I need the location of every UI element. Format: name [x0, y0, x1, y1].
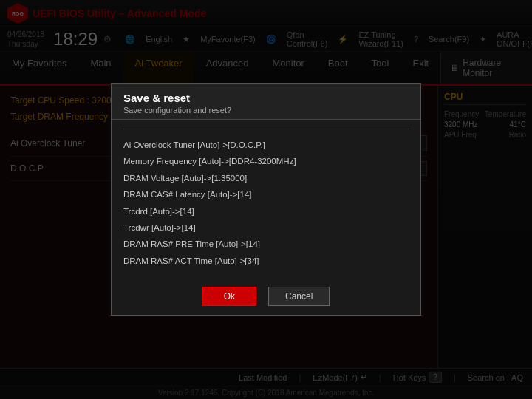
save-reset-modal: Save & reset Save configuration and rese…: [111, 83, 421, 316]
modal-item-5: Trcdwr [Auto]->[14]: [123, 219, 409, 236]
modal-item-4: Trcdrd [Auto]->[14]: [123, 203, 409, 219]
modal-divider: [123, 129, 409, 129]
modal-item-2: DRAM Voltage [Auto]->[1.35000]: [123, 170, 409, 186]
ok-button[interactable]: Ok: [202, 287, 256, 306]
modal-subtitle: Save configuration and reset?: [123, 106, 409, 115]
modal-overlay: Save & reset Save configuration and rese…: [0, 0, 532, 399]
modal-body: Ai Overclock Tuner [Auto]->[D.O.C.P.] Me…: [112, 120, 420, 278]
modal-item-7: DRAM RAS# ACT Time [Auto]->[34]: [123, 253, 409, 269]
modal-footer: Ok Cancel: [112, 278, 420, 315]
modal-item-1: Memory Frequency [Auto]->[DDR4-3200MHz]: [123, 153, 409, 169]
cancel-button[interactable]: Cancel: [268, 287, 330, 306]
modal-item-3: DRAM CAS# Latency [Auto]->[14]: [123, 186, 409, 202]
modal-item-0: Ai Overclock Tuner [Auto]->[D.O.C.P.]: [123, 137, 409, 153]
modal-title: Save & reset: [123, 92, 409, 104]
modal-item-6: DRAM RAS# PRE Time [Auto]->[14]: [123, 236, 409, 252]
modal-header: Save & reset Save configuration and rese…: [112, 84, 420, 120]
